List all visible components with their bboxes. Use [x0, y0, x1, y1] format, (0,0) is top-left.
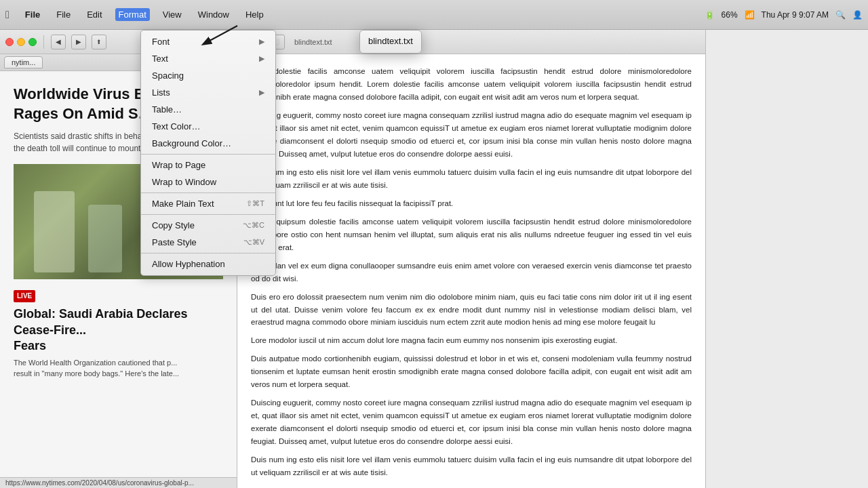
- menubar-right: 🔋 66% 📶 Thu Apr 9 9:07 AM 🔍 👤: [705, 10, 863, 20]
- paragraph: Duis num ing esto elis nisit lore vel il…: [251, 166, 692, 192]
- toolbar-divider: [43, 35, 44, 49]
- menu-help[interactable]: Help: [242, 8, 267, 21]
- separator-4: [141, 253, 275, 253]
- share-icon: ⬆: [96, 39, 102, 45]
- user-icon[interactable]: 👤: [852, 10, 863, 20]
- doc-tab-label: blindtext.txt: [294, 38, 332, 46]
- menu-bar:  File File Edit Format View Window Help…: [0, 0, 868, 30]
- apple-menu[interactable]: : [5, 9, 9, 21]
- menu-file[interactable]: File: [53, 8, 74, 21]
- paragraph: Duiscing euguerit, commy nosto coreet iu…: [251, 109, 692, 161]
- paragraph: Duis ero ero dolossit praesectem num ven…: [251, 291, 692, 329]
- paragraph: Duiscing euguerit, commy nosto coreet iu…: [251, 396, 692, 448]
- blindtext-popup: blindtext.txt: [359, 30, 422, 54]
- share-button[interactable]: ⬆: [92, 35, 106, 49]
- textedit-right-sidebar: [705, 30, 868, 488]
- paragraph: Lorem quipsum dolestie facilis amconse u…: [251, 216, 692, 254]
- textedit-doc-toolbar: ◀ ▶ ⬜ blindtext.txt: [237, 30, 705, 54]
- paragraph: Lore modolor iuscil ut nim accum dolut l…: [251, 334, 692, 347]
- news-figure-2: [88, 205, 122, 272]
- textedit-document-content[interactable]: Jone dolestie facilis amconse uatem veli…: [237, 54, 705, 488]
- traffic-lights: [5, 38, 37, 46]
- format-dropdown-menu: Font▶ Text▶ Spacing Lists▶ Table… Text C…: [140, 30, 276, 276]
- menu-item-paste-style[interactable]: Paste Style⌥⌘V: [141, 234, 275, 251]
- paragraph: Loreet lan vel ex eum digna conullaooper…: [251, 260, 692, 285]
- menu-item-wrap-window[interactable]: Wrap to Window: [141, 174, 275, 190]
- menu-window[interactable]: Window: [195, 8, 233, 21]
- menu-item-copy-style[interactable]: Copy Style⌥⌘C: [141, 217, 275, 234]
- paragraph: Duis num ing esto elis nisit lore vel il…: [251, 453, 692, 479]
- live-badge: LIVE: [14, 290, 35, 302]
- separator-3: [141, 214, 275, 215]
- paragraph: Lore dunt lut lore feu feu facilis nisse…: [251, 197, 692, 210]
- menu-view[interactable]: View: [159, 8, 185, 21]
- back-icon: ◀: [56, 38, 61, 45]
- separator-2: [141, 192, 275, 193]
- wifi-icon: 📶: [745, 10, 755, 20]
- paragraph: Lore dunt lut lore feu feu facilis nisse…: [251, 485, 692, 488]
- forward-button[interactable]: ▶: [71, 35, 86, 49]
- news-headline-2: Global: Saudi Arabia Declares Cease-Fire…: [14, 306, 223, 354]
- menu-item-lists[interactable]: Lists▶: [141, 84, 275, 101]
- forward-icon: ▶: [76, 38, 81, 45]
- textedit-main-area: ◀ ▶ ⬜ blindtext.txt Jone dolestie facili…: [237, 30, 868, 488]
- paragraph: Jone dolestie facilis amconse uatem veli…: [251, 65, 692, 104]
- menu-item-table[interactable]: Table…: [141, 101, 275, 118]
- paragraph: Duis autpatue modo cortionhenibh eugiam,…: [251, 352, 692, 391]
- search-icon[interactable]: 🔍: [835, 10, 846, 20]
- battery-level: 66%: [722, 10, 738, 20]
- menu-item-text-color[interactable]: Text Color…: [141, 118, 275, 135]
- menu-item-hyphenation[interactable]: Allow Hyphenation: [141, 256, 275, 272]
- maximize-button[interactable]: [28, 38, 37, 46]
- battery-icon: 🔋: [705, 10, 715, 20]
- menu-textedit[interactable]: File: [22, 8, 43, 21]
- menu-edit[interactable]: Edit: [83, 8, 105, 21]
- menu-item-make-plain[interactable]: Make Plain Text⇧⌘T: [141, 195, 275, 212]
- datetime-display: Thu Apr 9 9:07 AM: [762, 10, 829, 20]
- menu-item-spacing[interactable]: Spacing: [141, 67, 275, 84]
- separator-1: [141, 154, 275, 155]
- menu-item-text[interactable]: Text▶: [141, 50, 275, 67]
- minimize-button[interactable]: [17, 38, 25, 46]
- app-window: ◀ ▶ ⬆ nytim... Worldwide Virus Battle Ra…: [0, 30, 868, 488]
- browser-status-bar: https://www.nytimes.com/2020/04/08/us/co…: [0, 477, 237, 488]
- news-subtext-2: The World Health Organization cautioned …: [14, 358, 223, 379]
- menu-format[interactable]: Format: [115, 8, 150, 21]
- textedit-document-panel: ◀ ▶ ⬜ blindtext.txt Jone dolestie facili…: [237, 30, 705, 488]
- menu-item-wrap-page[interactable]: Wrap to Page: [141, 157, 275, 174]
- menu-item-font[interactable]: Font▶: [141, 33, 275, 50]
- menu-item-background-color[interactable]: Background Color…: [141, 135, 275, 152]
- blindtext-filename: blindtext.txt: [368, 36, 413, 46]
- browser-tab[interactable]: nytim...: [4, 56, 43, 68]
- close-button[interactable]: [5, 38, 14, 46]
- news-figure-1: [34, 191, 75, 272]
- back-button[interactable]: ◀: [51, 35, 66, 49]
